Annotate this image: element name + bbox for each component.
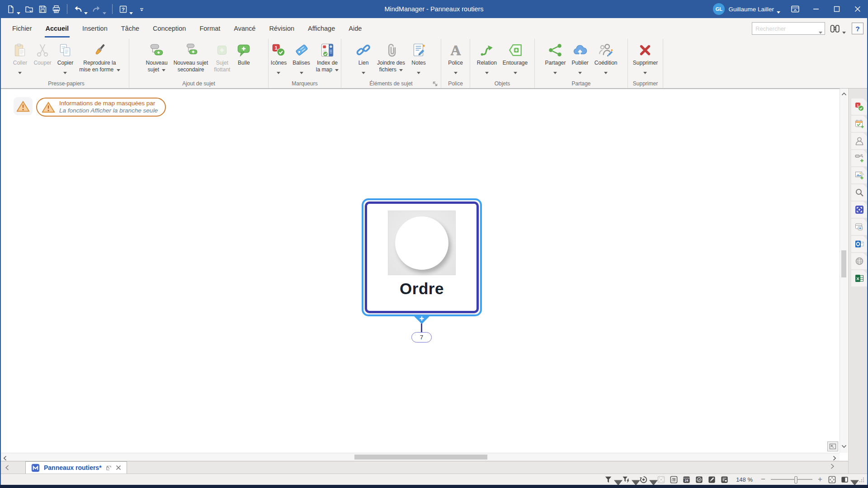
float-window-icon[interactable] <box>106 465 112 471</box>
floating-topic-button[interactable]: Sujetflottant <box>211 42 233 74</box>
share-button[interactable]: Partager <box>542 42 568 77</box>
map-index-button[interactable]: Index dela map <box>313 42 341 74</box>
annotation-view-button[interactable] <box>708 475 716 484</box>
document-tab[interactable]: Panneaux routiers* <box>25 461 127 474</box>
dialog-launcher-icon[interactable] <box>432 81 438 87</box>
notes-button[interactable]: Notes <box>408 42 429 77</box>
close-document-icon[interactable] <box>116 465 121 470</box>
map-parts-pane-button[interactable] <box>851 150 868 166</box>
warning-chip[interactable] <box>14 97 33 115</box>
callout-button[interactable]: Bulle <box>233 42 254 67</box>
redo-button[interactable] <box>90 4 108 15</box>
tab-insertion[interactable]: Insertion <box>75 18 114 39</box>
print-button[interactable] <box>50 4 62 15</box>
scroll-down-icon[interactable] <box>841 445 847 448</box>
find-button[interactable] <box>829 23 846 34</box>
search-box[interactable] <box>752 22 825 35</box>
images-pane-button[interactable] <box>851 167 868 183</box>
tab-scroll-right-button[interactable] <box>826 460 838 472</box>
scroll-up-icon[interactable] <box>841 92 847 96</box>
schedule-view-button[interactable]: 24 <box>682 475 691 484</box>
resources-pane-button[interactable] <box>851 133 868 149</box>
filter-button[interactable] <box>604 475 618 484</box>
power-filter-button[interactable] <box>622 475 635 484</box>
zoom-out-button[interactable]: − <box>759 475 767 484</box>
windows-pane-button[interactable] <box>851 219 868 235</box>
zoom-in-button[interactable]: + <box>816 475 824 484</box>
ribbon-group-elements-de-sujet: LienJoindre desfichiers NotesÉléments de… <box>341 39 441 88</box>
boundary-button[interactable]: Entourage <box>500 42 530 77</box>
tab-avance[interactable]: Avancé <box>227 18 262 39</box>
new-topic-button[interactable]: Nouveausujet <box>143 42 170 74</box>
vertical-scroll-thumb[interactable] <box>841 250 846 277</box>
subtopic-count-badge[interactable]: 7 <box>411 332 432 343</box>
center-map-button[interactable] <box>827 441 838 451</box>
tab-conception[interactable]: Conception <box>146 18 193 39</box>
tab-affichage[interactable]: Affichage <box>301 18 342 39</box>
avatar[interactable]: GL <box>713 3 725 15</box>
help-button[interactable]: ? <box>852 23 863 34</box>
save-button[interactable] <box>37 4 49 15</box>
new-document-button[interactable] <box>5 4 22 15</box>
scroll-left-icon[interactable] <box>3 455 7 461</box>
central-topic[interactable]: Ordre <box>362 198 482 316</box>
relationship-button[interactable]: Relation <box>474 42 500 77</box>
cut-button[interactable]: Couper <box>31 42 54 67</box>
tab-scroll-left-button[interactable] <box>1 461 13 474</box>
tags-button[interactable]: Balises <box>290 42 313 77</box>
horizontal-scroll-thumb[interactable] <box>354 455 487 460</box>
map-canvas[interactable]: Informations de map masquées par La fonc… <box>1 89 840 453</box>
vertical-scrollbar[interactable] <box>840 89 848 453</box>
open-file-button[interactable] <box>23 4 35 15</box>
coediting-button[interactable]: Coédition <box>592 42 620 77</box>
fit-map-icon <box>828 475 836 484</box>
new-subtopic-button[interactable]: Nouveau sujetsecondaire <box>171 42 211 74</box>
panel-layout-button[interactable] <box>840 475 854 484</box>
excel-pane-button[interactable]: X <box>851 270 868 286</box>
minimize-button[interactable] <box>806 0 826 18</box>
search-pane-button[interactable] <box>851 184 868 201</box>
resize-grip-icon[interactable] <box>859 477 864 483</box>
outlook-pane-button[interactable] <box>851 236 868 252</box>
tab-accueil[interactable]: Accueil <box>39 18 76 39</box>
horizontal-scrollbar[interactable] <box>1 453 840 461</box>
customize-quick-access-button[interactable] <box>136 4 148 15</box>
format-painter-button[interactable]: Reproduire lamise en forme <box>76 42 123 74</box>
zoom-slider[interactable] <box>771 476 812 483</box>
user-menu[interactable]: Guillaume Lailler <box>728 6 780 13</box>
maximize-button[interactable] <box>826 0 847 18</box>
slides-view-button[interactable] <box>720 475 729 484</box>
tab-tache[interactable]: Tâche <box>114 18 146 39</box>
help-button[interactable]: ? <box>117 4 134 15</box>
marker-pane-button[interactable]: 1 <box>851 99 868 115</box>
link-button[interactable]: Lien <box>353 42 374 77</box>
outline-view-button[interactable] <box>670 475 678 484</box>
search-input[interactable] <box>755 25 819 33</box>
fit-map-button[interactable] <box>828 475 836 484</box>
close-button[interactable] <box>847 0 868 18</box>
expand-subtopics-button[interactable] <box>413 316 431 324</box>
marker-icons-button[interactable]: 1Icônes <box>268 42 289 77</box>
coediting-icon <box>598 42 613 58</box>
task-pane-button[interactable] <box>851 116 868 132</box>
tab-aide[interactable]: Aide <box>342 18 368 39</box>
publish-button[interactable]: Publier <box>569 42 591 77</box>
search-dropdown-icon[interactable] <box>819 28 822 30</box>
capture-pane-button[interactable] <box>851 202 868 218</box>
ribbon-display-options-button[interactable] <box>785 0 806 18</box>
tag-view-button[interactable] <box>695 475 703 484</box>
map-info-hidden-warning[interactable]: Informations de map masquées par La fonc… <box>36 98 166 117</box>
undo-button[interactable] <box>72 4 89 15</box>
tab-format[interactable]: Format <box>193 18 227 39</box>
attach-files-button[interactable]: Joindre desfichiers <box>374 42 408 74</box>
font-button[interactable]: APolice <box>445 42 466 77</box>
web-pane-button[interactable] <box>851 253 868 269</box>
tab-fichier[interactable]: Fichier <box>5 18 39 39</box>
tab-revision[interactable]: Révision <box>262 18 301 39</box>
paste-button[interactable]: Coller <box>9 42 30 77</box>
find-dropdown-icon[interactable] <box>842 28 846 30</box>
zoom-slider-handle[interactable] <box>794 476 797 483</box>
delete-button[interactable]: Supprimer <box>630 42 660 77</box>
copy-button[interactable]: Copier <box>55 42 76 77</box>
sync-add-topics-button[interactable] <box>639 475 653 484</box>
